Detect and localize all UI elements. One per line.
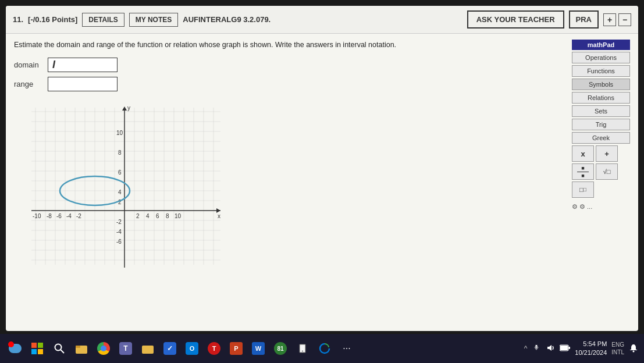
plus-symbol-button[interactable]: + bbox=[596, 145, 618, 162]
domain-label: domain bbox=[14, 61, 43, 69]
mathpad-greek[interactable]: Greek bbox=[572, 132, 630, 144]
svg-point-62 bbox=[302, 351, 303, 352]
teams-icon[interactable]: T bbox=[116, 339, 135, 358]
domain-input[interactable] bbox=[48, 58, 118, 72]
main-area: Estimate the domain and range of the fun… bbox=[6, 34, 638, 284]
todo-icon[interactable]: ✓ bbox=[161, 339, 179, 358]
mathpad-symbol-row-2: ■ ■ √□ bbox=[572, 163, 630, 180]
sqrt-symbol-button[interactable]: √□ bbox=[596, 163, 618, 180]
x-axis-label: x bbox=[218, 213, 220, 219]
svg-text:-4: -4 bbox=[66, 213, 72, 219]
power-symbol-button[interactable]: □□ bbox=[572, 182, 594, 198]
search-taskbar-icon[interactable] bbox=[50, 339, 69, 358]
phone-icon-svg bbox=[297, 343, 308, 354]
notification-icon[interactable] bbox=[6, 339, 24, 358]
svg-marker-37 bbox=[216, 208, 220, 213]
range-label: range bbox=[14, 80, 43, 88]
file-explorer-icon[interactable] bbox=[72, 339, 91, 358]
svg-point-57 bbox=[55, 344, 62, 351]
mathpad-relations[interactable]: Relations bbox=[572, 92, 630, 104]
zoom-in-button[interactable]: + bbox=[603, 13, 616, 26]
svg-rect-64 bbox=[560, 346, 568, 350]
mathpad-operations[interactable]: Operations bbox=[572, 52, 630, 63]
start-button[interactable] bbox=[28, 339, 47, 358]
notifications-icon[interactable] bbox=[629, 343, 638, 354]
x-symbol-button[interactable]: x bbox=[572, 145, 594, 162]
domain-input-wrapper: I bbox=[48, 58, 118, 72]
browser-icon[interactable] bbox=[94, 339, 113, 358]
mathpad-sets[interactable]: Sets bbox=[572, 105, 630, 117]
mathpad-symbols[interactable]: Symbols bbox=[572, 79, 630, 90]
zoom-out-button[interactable]: − bbox=[618, 13, 631, 26]
svg-text:-8: -8 bbox=[47, 213, 52, 219]
phone-icon[interactable] bbox=[293, 339, 312, 358]
svg-text:-10: -10 bbox=[33, 213, 41, 219]
question-number: 11. bbox=[13, 15, 23, 24]
mathpad-symbol-row-3: □□ bbox=[572, 182, 630, 198]
current-date: 10/21/2024 bbox=[575, 348, 607, 357]
svg-line-58 bbox=[61, 350, 64, 353]
mathpad-panel: mathPad Operations Functions Symbols Rel… bbox=[572, 40, 630, 279]
time-display[interactable]: 5:54 PM 10/21/2024 bbox=[575, 340, 607, 358]
folder-icon bbox=[76, 343, 87, 354]
zoom-controls: + − bbox=[603, 13, 631, 26]
network-icon[interactable] bbox=[532, 343, 541, 354]
svg-text:2: 2 bbox=[136, 213, 140, 219]
taskbar: T ✓ O T P W 81 ··· bbox=[0, 334, 644, 363]
svg-point-66 bbox=[633, 350, 635, 352]
mathpad-title: mathPad bbox=[572, 40, 630, 50]
range-input[interactable] bbox=[48, 77, 118, 91]
gear-icon: ⚙ bbox=[572, 203, 578, 211]
mathpad-trig[interactable]: Trig bbox=[572, 119, 630, 130]
details-button[interactable]: DETAILS bbox=[82, 13, 124, 27]
svg-rect-61 bbox=[142, 346, 154, 354]
current-time: 5:54 PM bbox=[575, 340, 607, 348]
svg-text:4: 4 bbox=[118, 189, 122, 195]
edge-icon-svg bbox=[319, 343, 330, 354]
pra-button[interactable]: PRA bbox=[569, 10, 599, 29]
fraction-symbol-button[interactable]: ■ ■ bbox=[572, 163, 594, 180]
battery-icon[interactable] bbox=[560, 344, 570, 353]
overflow-icon[interactable]: ··· bbox=[337, 339, 356, 358]
word-icon[interactable]: W bbox=[249, 339, 268, 358]
my-notes-button[interactable]: MY NOTES bbox=[129, 13, 178, 27]
mathpad-functions[interactable]: Functions bbox=[572, 65, 630, 77]
svg-rect-60 bbox=[76, 346, 80, 348]
screen: 11. [-/0.16 Points] DETAILS MY NOTES AUF… bbox=[6, 6, 638, 331]
locale-code: INTL bbox=[611, 348, 624, 356]
mathpad-settings[interactable]: ⚙ ⚙ ... bbox=[572, 203, 630, 211]
ellipsis-icon: ··· bbox=[343, 343, 350, 354]
ask-teacher-button[interactable]: ASK YOUR TEACHER bbox=[467, 10, 564, 29]
mathpad-symbol-row-1: x + bbox=[572, 145, 630, 162]
question-points: [-/0.16 Points] bbox=[28, 15, 77, 24]
outlook-icon[interactable]: O bbox=[183, 339, 201, 358]
folder-icon-2 bbox=[142, 343, 154, 354]
app-icon-81[interactable]: 81 bbox=[271, 339, 290, 358]
range-row: range bbox=[14, 77, 566, 91]
graph-container: x y 10 8 6 4 2 -2 -4 -6 -10 -8 -6 -4 bbox=[26, 102, 223, 279]
svg-text:-6: -6 bbox=[116, 239, 122, 245]
domain-row: domain I bbox=[14, 58, 566, 72]
taskbar-right: ^ 5:54 PM 10/21/2024 bbox=[524, 340, 638, 358]
edge-icon[interactable] bbox=[315, 339, 334, 358]
problem-code: AUFINTERALG9 3.2.079. bbox=[183, 15, 462, 24]
notification-dot bbox=[8, 341, 14, 347]
svg-rect-65 bbox=[568, 347, 570, 349]
svg-text:10: 10 bbox=[175, 213, 182, 219]
language-display[interactable]: ENG INTL bbox=[611, 341, 624, 356]
chevron-up-icon[interactable]: ^ bbox=[524, 344, 528, 353]
browser-icon-2[interactable]: T bbox=[205, 339, 223, 358]
svg-text:4: 4 bbox=[146, 213, 150, 219]
svg-text:8: 8 bbox=[166, 213, 169, 219]
svg-text:8: 8 bbox=[118, 150, 122, 156]
svg-text:-2: -2 bbox=[116, 219, 122, 225]
powerpoint-icon[interactable]: P bbox=[227, 339, 245, 358]
svg-text:-4: -4 bbox=[116, 229, 122, 235]
language-code: ENG bbox=[611, 341, 624, 348]
top-bar: 11. [-/0.16 Points] DETAILS MY NOTES AUF… bbox=[6, 6, 638, 34]
svg-text:6: 6 bbox=[156, 213, 159, 219]
volume-icon[interactable] bbox=[546, 343, 555, 354]
folder-icon-2[interactable] bbox=[138, 339, 157, 358]
main-content: Estimate the domain and range of the fun… bbox=[14, 40, 566, 279]
svg-text:-2: -2 bbox=[76, 213, 81, 219]
